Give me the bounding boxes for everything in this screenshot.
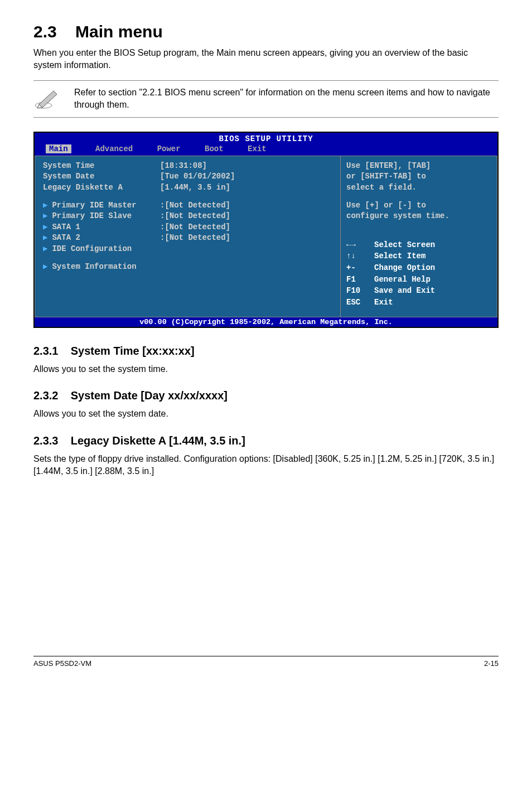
nav-key: +-: [346, 263, 374, 274]
help-line: Use [ENTER], [TAB]: [346, 161, 491, 172]
help-line: Use [+] or [-] to: [346, 200, 491, 211]
nav-keys: ←→Select Screen ↑↓Select Item +-Change O…: [346, 240, 491, 308]
value-legacy-diskette: [1.44M, 3.5 in]: [160, 182, 332, 194]
value-primary-ide-slave: :[Not Detected]: [160, 211, 332, 222]
page-footer: ASUS P5SD2-VM 2-15: [33, 656, 499, 668]
triangle-right-icon: ▶: [43, 262, 47, 271]
subsection-body: Sets the type of floppy drive installed.…: [33, 453, 499, 478]
label-primary-ide-master: Primary IDE Master: [52, 201, 136, 210]
tab-power[interactable]: Power: [157, 144, 181, 153]
row-sata1[interactable]: ▶SATA 1 :[Not Detected]: [43, 222, 332, 233]
bios-help-pane: Use [ENTER], [TAB] or [SHIFT-TAB] to sel…: [340, 156, 497, 317]
row-primary-ide-slave[interactable]: ▶Primary IDE Slave :[Not Detected]: [43, 211, 332, 222]
svg-marker-1: [39, 91, 57, 108]
label-sata1: SATA 1: [52, 223, 80, 231]
label-primary-ide-slave: Primary IDE Slave: [52, 211, 132, 220]
label-ide-config: IDE Configuration: [52, 244, 132, 253]
subsection-heading: 2.3.3 Legacy Diskette A [1.44M, 3.5 in.]: [33, 434, 499, 447]
footer-left: ASUS P5SD2-VM: [33, 659, 91, 668]
label-system-time: System Time: [43, 161, 160, 172]
subsection-title: System Date [Day xx/xx/xxxx]: [71, 389, 228, 402]
value-system-date: [Tue 01/01/2002]: [160, 171, 332, 182]
nav-key: F10: [346, 286, 374, 297]
nav-text: Exit: [374, 297, 393, 308]
pencil-icon: [33, 88, 60, 110]
row-system-information[interactable]: ▶System Information: [43, 262, 332, 273]
row-sata2[interactable]: ▶SATA 2 :[Not Detected]: [43, 233, 332, 244]
triangle-right-icon: ▶: [43, 201, 47, 210]
subsection-number: 2.3.2: [33, 389, 58, 402]
row-ide-config[interactable]: ▶IDE Configuration: [43, 244, 332, 255]
triangle-right-icon: ▶: [43, 211, 47, 220]
triangle-right-icon: ▶: [43, 223, 47, 231]
footer-right: 2-15: [484, 659, 499, 668]
note-block: Refer to section "2.2.1 BIOS menu screen…: [33, 80, 499, 118]
heading-title: Main menu: [75, 22, 163, 41]
row-system-time[interactable]: System Time [18:31:08]: [43, 161, 332, 172]
nav-key: ↑↓: [346, 251, 374, 262]
triangle-right-icon: ▶: [43, 233, 47, 242]
label-sata2: SATA 2: [52, 233, 80, 242]
tab-exit[interactable]: Exit: [248, 144, 267, 153]
subsection-number: 2.3.3: [33, 434, 58, 447]
row-legacy-diskette[interactable]: Legacy Diskette A [1.44M, 3.5 in]: [43, 182, 332, 194]
nav-text: Change Option: [374, 263, 435, 274]
help-line: configure system time.: [346, 211, 491, 222]
tab-advanced[interactable]: Advanced: [95, 144, 133, 153]
page-heading: 2.3 Main menu: [33, 22, 499, 41]
nav-text: General Help: [374, 274, 431, 286]
help-line: select a field.: [346, 182, 491, 194]
tab-main[interactable]: Main: [46, 144, 71, 153]
tab-boot[interactable]: Boot: [205, 144, 224, 153]
row-system-date[interactable]: System Date [Tue 01/01/2002]: [43, 171, 332, 182]
bios-title: BIOS SETUP UTILITY: [35, 133, 497, 143]
value-sata2: :[Not Detected]: [160, 233, 332, 244]
bios-screen: BIOS SETUP UTILITY Main Advanced Power B…: [33, 132, 499, 328]
triangle-right-icon: ▶: [43, 244, 47, 253]
help-line: or [SHIFT-TAB] to: [346, 171, 491, 182]
value-primary-ide-master: :[Not Detected]: [160, 200, 332, 211]
nav-key: F1: [346, 274, 374, 286]
value-system-time: [18:31:08]: [160, 161, 332, 172]
nav-key: ←→: [346, 240, 374, 251]
label-legacy-diskette: Legacy Diskette A: [43, 182, 160, 194]
subsection-body: Allows you to set the system date.: [33, 408, 499, 420]
nav-text: Save and Exit: [374, 286, 435, 297]
nav-text: Select Item: [374, 251, 425, 262]
label-system-information: System Information: [52, 262, 136, 271]
bios-footer: v00.00 (C)Copyright 1985-2002, American …: [35, 317, 497, 327]
row-primary-ide-master[interactable]: ▶Primary IDE Master :[Not Detected]: [43, 200, 332, 211]
bios-menubar: Main Advanced Power Boot Exit: [35, 143, 497, 156]
bios-main-pane: System Time [18:31:08] System Date [Tue …: [35, 156, 340, 317]
label-system-date: System Date: [43, 171, 160, 182]
nav-text: Select Screen: [374, 240, 435, 251]
intro-text: When you enter the BIOS Setup program, t…: [33, 47, 499, 72]
note-text: Refer to section "2.2.1 BIOS menu screen…: [74, 86, 499, 112]
subsection-body: Allows you to set the system time.: [33, 363, 499, 375]
nav-key: ESC: [346, 297, 374, 308]
subsection-title: Legacy Diskette A [1.44M, 3.5 in.]: [71, 434, 245, 447]
heading-number: 2.3: [33, 22, 57, 41]
subsection-title: System Time [xx:xx:xx]: [71, 345, 195, 357]
value-sata1: :[Not Detected]: [160, 222, 332, 233]
subsection-number: 2.3.1: [33, 345, 58, 357]
subsection-heading: 2.3.1 System Time [xx:xx:xx]: [33, 345, 499, 357]
subsection-heading: 2.3.2 System Date [Day xx/xx/xxxx]: [33, 389, 499, 402]
